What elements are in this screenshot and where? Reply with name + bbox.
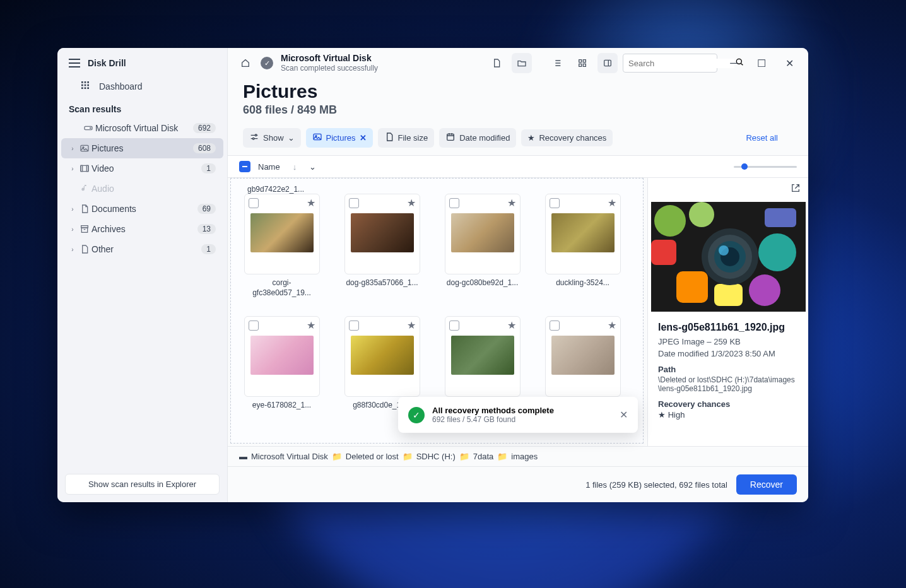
tile-checkbox[interactable]	[349, 320, 359, 331]
status-check-icon: ✓	[261, 57, 273, 69]
sidebar-item-pictures[interactable]: › Pictures 608	[61, 138, 223, 158]
header-title: Microsoft Virtual Disk	[281, 53, 378, 64]
toast-close-icon[interactable]: ✕	[620, 409, 628, 421]
sidebar-item-archives[interactable]: › Archives 13	[61, 219, 223, 239]
vdisk-label: Microsoft Virtual Disk	[95, 123, 193, 133]
sidebar-item-audio[interactable]: Audio	[61, 179, 223, 199]
thumbnail-image	[551, 336, 615, 375]
star-icon[interactable]: ★	[507, 197, 516, 209]
video-count: 1	[201, 163, 216, 173]
tile-checkbox[interactable]	[550, 198, 560, 208]
tile-checkbox[interactable]	[449, 198, 459, 208]
svg-point-24	[255, 134, 257, 136]
crumb-sdhc[interactable]: SDHC (H:)	[416, 452, 456, 461]
star-icon[interactable]: ★	[608, 197, 616, 209]
zoom-slider[interactable]	[734, 166, 797, 168]
archives-label: Archives	[91, 224, 197, 234]
chevron-right-icon: ›	[68, 165, 78, 172]
video-label: Video	[91, 163, 201, 173]
file-tile[interactable]: ★ eye-6178082_1...	[242, 316, 321, 421]
star-icon[interactable]: ★	[407, 197, 416, 209]
star-icon[interactable]: ★	[608, 319, 616, 331]
sidebar-item-dashboard[interactable]: Dashboard	[57, 74, 227, 98]
home-icon[interactable]	[235, 53, 256, 73]
svg-point-10	[90, 127, 91, 128]
star-icon[interactable]: ★	[407, 319, 416, 331]
svg-point-25	[252, 138, 254, 139]
file-tile[interactable]: ★ corgi-gfc38e0d57_19...	[242, 194, 321, 298]
recovery-value: ★ High	[658, 410, 798, 420]
popout-icon[interactable]	[791, 183, 801, 196]
sort-row: Name ↓ ⌄	[228, 155, 808, 178]
close-button[interactable]: ✕	[778, 53, 801, 73]
sidebar-item-documents[interactable]: › Documents 69	[61, 199, 223, 219]
tile-checkbox[interactable]	[249, 320, 259, 331]
documents-label: Documents	[91, 204, 197, 214]
file-tile[interactable]: ★ duckling-3524...	[543, 194, 622, 298]
file-tile[interactable]: ★ dog-gc080be92d_1...	[443, 194, 522, 298]
grid-icon	[80, 80, 90, 92]
svg-rect-32	[651, 240, 676, 265]
recovery-filter[interactable]: ★ Recovery chances	[521, 129, 613, 146]
footer: 1 files (259 KB) selected, 692 files tot…	[228, 466, 808, 502]
remove-filter-icon[interactable]: ✕	[360, 133, 367, 143]
maximize-button[interactable]: ☐	[750, 53, 773, 73]
show-in-explorer-button[interactable]: Show scan results in Explorer	[65, 474, 220, 495]
menu-icon[interactable]	[69, 59, 80, 68]
file-icon	[384, 132, 394, 144]
folder-icon[interactable]	[512, 53, 532, 73]
audio-label: Audio	[91, 184, 216, 194]
svg-rect-37	[714, 284, 743, 306]
svg-rect-20	[579, 64, 582, 66]
sidebar-item-video[interactable]: › Video 1	[61, 158, 223, 179]
search-field[interactable]	[628, 59, 734, 68]
tile-checkbox[interactable]	[349, 198, 359, 208]
pictures-filter[interactable]: Pictures ✕	[306, 128, 373, 148]
folder-icon: 📁	[403, 452, 413, 461]
sidebar-item-other[interactable]: › Other 1	[61, 239, 223, 259]
minimize-button[interactable]: ─	[722, 53, 745, 73]
preview-image	[651, 202, 806, 312]
file-tile[interactable]: ★ dog-g835a57066_1...	[343, 194, 421, 298]
file-icon[interactable]	[486, 53, 507, 73]
star-icon[interactable]: ★	[507, 319, 516, 331]
tile-checkbox[interactable]	[449, 320, 459, 331]
star-icon[interactable]: ★	[307, 197, 315, 209]
show-filter[interactable]: Show ⌄	[243, 128, 301, 148]
crumb-deleted[interactable]: Deleted or lost	[346, 452, 399, 461]
svg-point-36	[749, 274, 780, 306]
reset-all-link[interactable]: Reset all	[746, 133, 793, 143]
other-label: Other	[91, 244, 201, 254]
chevron-down-icon[interactable]: ⌄	[309, 162, 316, 172]
chevron-down-icon: ⌄	[288, 133, 295, 143]
tile-filename: dog-g835a57066_1...	[346, 278, 418, 298]
svg-rect-15	[86, 165, 88, 171]
grid-view-icon[interactable]	[572, 53, 592, 73]
list-view-icon[interactable]	[547, 53, 567, 73]
toast: ✓ All recovery methods complete 692 file…	[398, 397, 638, 433]
sliders-icon	[249, 132, 259, 144]
disk-icon: ▬	[239, 452, 247, 461]
tile-filename: corgi-gfc38e0d57_19...	[244, 278, 320, 298]
datemod-filter[interactable]: Date modified	[439, 128, 516, 148]
select-all-checkbox[interactable]	[239, 161, 250, 172]
crumb-images[interactable]: images	[511, 452, 538, 461]
svg-rect-1	[85, 81, 86, 83]
tile-checkbox[interactable]	[249, 198, 259, 208]
recover-button[interactable]: Recover	[736, 474, 797, 495]
search-input[interactable]	[623, 54, 717, 73]
chevron-right-icon: ›	[68, 206, 78, 213]
recovery-label: Recovery chances	[658, 399, 798, 409]
svg-rect-33	[765, 208, 796, 227]
sidebar-item-vdisk[interactable]: Microsoft Virtual Disk 692	[61, 118, 223, 138]
app-title: Disk Drill	[88, 58, 126, 68]
other-count: 1	[201, 244, 216, 254]
tile-checkbox[interactable]	[550, 320, 560, 331]
crumb-7data[interactable]: 7data	[473, 452, 494, 461]
sort-by-name[interactable]: Name ↓ ⌄	[258, 162, 316, 172]
preview-path: \Deleted or lost\SDHC (H:)\7data\images\…	[658, 375, 798, 393]
star-icon[interactable]: ★	[307, 319, 315, 331]
filesize-filter[interactable]: File size	[378, 128, 435, 148]
split-view-icon[interactable]	[597, 53, 618, 73]
crumb-disk[interactable]: Microsoft Virtual Disk	[251, 452, 328, 461]
